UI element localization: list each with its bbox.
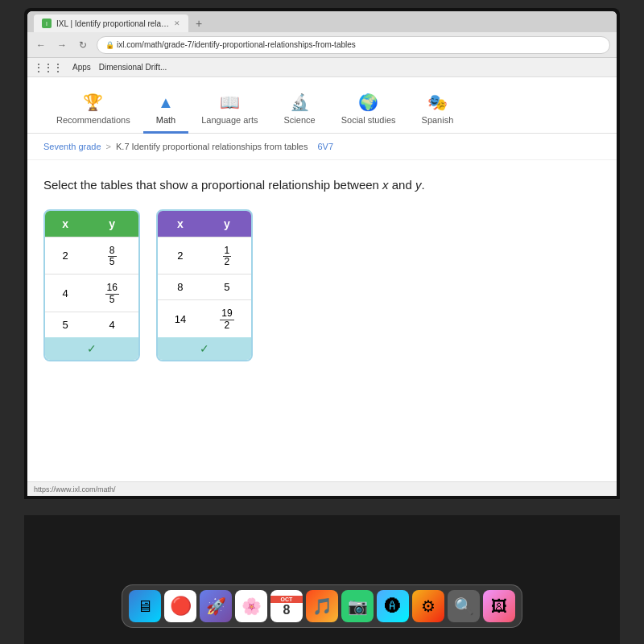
browser-tab-active[interactable]: I IXL | Identify proportional rela… ✕ [34,14,188,32]
facetime-icon: 📷 [348,597,368,616]
nav-item-language[interactable]: 📖 Language arts [188,86,270,134]
bookmark-dimensional[interactable]: Dimensional Drift... [99,63,167,72]
dock-appstore[interactable]: 🅐 [377,590,409,622]
breadcrumb-grade[interactable]: Seventh grade [43,142,101,151]
spotlight-icon: 🔍 [454,597,474,616]
table2-row2-y: 5 [203,275,251,300]
breadcrumb-code: 6V7 [317,142,333,151]
table2-row2-x: 8 [158,275,203,300]
science-icon: 🔬 [290,93,310,112]
dock-area: 🖥 🔴 🚀 🌸 OCT 8 🎵 📷 🅐 [24,515,620,644]
table-card-2[interactable]: x y 2 1 [156,209,253,361]
dock-calendar[interactable]: OCT 8 [270,590,303,622]
table2-checkmark[interactable]: ✓ [158,337,251,360]
music-icon: 🎵 [312,597,332,616]
photo-viewer-icon: 🖼 [491,597,507,616]
table1-header-y: y [85,211,138,237]
nav-label-social: Social studies [341,115,396,125]
dock-settings[interactable]: ⚙ [412,590,444,622]
tables-container: x y 2 8 [43,209,601,361]
screen-bezel: I IXL | Identify proportional rela… ✕ + … [24,8,620,499]
calendar-date: 8 [283,603,291,617]
bookmark-apps[interactable]: Apps [72,63,91,72]
rocket-icon: 🚀 [206,597,226,616]
table1-row3-x: 5 [45,312,85,337]
table2-row3-y: 19 2 [203,300,251,337]
fraction-denominator: 5 [108,257,117,267]
address-bar: ← → ↻ 🔒 ixl.com/math/grade-7/identify-pr… [27,32,617,58]
finder-icon: 🖥 [137,597,153,616]
dock-photos[interactable]: 🌸 [235,590,267,622]
recommendations-icon: 🏆 [83,93,103,112]
settings-icon: ⚙ [421,597,436,616]
table1-row2-y: 16 5 [85,275,138,312]
tab-close-button[interactable]: ✕ [174,19,180,27]
nav-label-science: Science [284,115,316,125]
fraction-denominator: 2 [223,257,232,267]
table-row: 5 4 [45,312,138,337]
table2-header-y: y [203,211,251,237]
nav-item-science[interactable]: 🔬 Science [271,86,328,134]
table-row: 14 19 2 [158,300,251,337]
fraction-numerator: 1 [223,246,232,257]
nav-label-recommendations: Recommendations [56,115,130,125]
status-url: https://www.ixl.com/math/ [34,485,116,493]
nav-label-language: Language arts [201,115,258,125]
question-text: Select the tables that show a proportion… [43,176,601,193]
dock-spotlight[interactable]: 🔍 [448,590,480,622]
table1-header-x: x [45,211,85,237]
fraction-16-5: 16 5 [105,283,119,304]
ixl-content-area: 🏆 Recommendations ▲ Math 📖 Language arts… [27,77,617,496]
reload-button[interactable]: ↻ [76,38,90,52]
nav-label-math: Math [156,115,175,125]
nav-label-spanish: Spanish [422,115,454,125]
fraction-numerator: 19 [220,308,233,320]
ixl-nav: 🏆 Recommendations ▲ Math 📖 Language arts… [27,77,617,134]
table-row: 2 1 2 [158,237,251,275]
browser-window: I IXL | Identify proportional rela… ✕ + … [27,11,617,496]
fraction-1-2: 1 2 [223,246,232,267]
chrome-icon: 🔴 [170,596,192,617]
breadcrumb-separator: > [106,142,111,151]
table2-header-x: x [158,211,203,237]
fraction-denominator: 5 [108,295,117,305]
table-row: 4 16 5 [45,275,138,312]
table1-row3-y: 4 [85,312,138,337]
math-icon: ▲ [158,93,174,112]
fraction-numerator: 16 [105,283,119,294]
tab-title: IXL | Identify proportional rela… [56,19,169,28]
photos-icon: 🌸 [242,597,262,616]
dock-launchpad[interactable]: 🚀 [200,590,232,622]
table1-row1-x: 2 [45,237,85,275]
url-input[interactable]: 🔒 ixl.com/math/grade-7/identify-proporti… [97,36,610,54]
table1-row2-x: 4 [45,275,85,312]
fraction-denominator: 2 [223,320,232,331]
table2-row1-x: 2 [158,237,203,275]
new-tab-button[interactable]: + [190,14,208,32]
table-card-1[interactable]: x y 2 8 [43,209,140,361]
dock-music[interactable]: 🎵 [306,590,338,622]
table1-checkmark[interactable]: ✓ [45,337,138,360]
tab-bar: I IXL | Identify proportional rela… ✕ + [27,11,617,32]
lock-icon: 🔒 [105,41,114,49]
table2-row3-x: 14 [158,300,203,337]
apps-grid-icon: ⋮⋮⋮ [34,62,63,73]
dock-photo-viewer[interactable]: 🖼 [483,590,515,622]
table-row: 2 8 5 [45,237,138,275]
nav-item-social[interactable]: 🌍 Social studies [328,86,409,134]
breadcrumb: Seventh grade > K.7 Identify proportiona… [27,134,617,160]
dock: 🖥 🔴 🚀 🌸 OCT 8 🎵 📷 🅐 [122,584,522,628]
dock-finder[interactable]: 🖥 [129,590,161,622]
spanish-icon: 🎭 [427,93,448,112]
nav-item-recommendations[interactable]: 🏆 Recommendations [43,86,143,134]
fraction-numerator: 8 [108,246,117,257]
dock-facetime[interactable]: 📷 [341,590,374,622]
table-row: 8 5 [158,275,251,300]
nav-item-spanish[interactable]: 🎭 Spanish [409,86,467,134]
social-icon: 🌍 [358,93,378,112]
back-button[interactable]: ← [34,38,48,52]
nav-item-math[interactable]: ▲ Math [143,87,188,134]
fraction-19-2: 19 2 [220,308,233,330]
dock-chrome[interactable]: 🔴 [164,590,196,622]
forward-button[interactable]: → [55,38,69,52]
